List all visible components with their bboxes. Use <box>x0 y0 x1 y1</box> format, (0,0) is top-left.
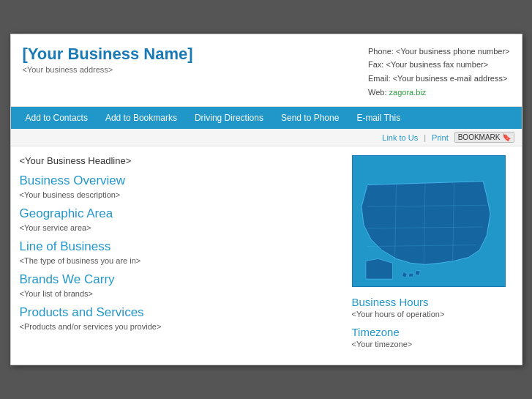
email-line: Email: <Your business e-mail address> <box>368 72 509 86</box>
bookmark-badge[interactable]: BOOKMARK 🔖 <box>454 132 514 143</box>
section-title-overview: Business Overview <box>20 174 340 188</box>
section-desc-line-of-business: <The type of business you are in> <box>20 256 340 265</box>
link-to-us-button[interactable]: Link to Us <box>382 133 418 142</box>
header-right: Phone: <Your business phone number> Fax:… <box>368 45 509 100</box>
business-address: <Your business address> <box>23 65 193 74</box>
bookmark-label: BOOKMARK <box>458 133 501 141</box>
web-line: Web: zagora.biz <box>368 86 509 100</box>
section-title-line-of-business: Line of Business <box>20 239 340 254</box>
nav-email-this[interactable]: E-mail This <box>348 107 409 129</box>
nav-add-contacts[interactable]: Add to Contacts <box>17 107 97 129</box>
right-column: Business Hours <Your hours of operation>… <box>352 155 513 356</box>
toolbar-separator: | <box>424 133 426 142</box>
business-hours-desc: <Your hours of operation> <box>352 310 513 318</box>
section-title-geographic: Geographic Area <box>20 206 340 221</box>
section-title-products: Products and Services <box>20 305 340 320</box>
bookmark-icon: 🔖 <box>502 133 511 141</box>
header: [Your Business Name] <Your business addr… <box>11 34 522 108</box>
timezone-desc: <Your timezone> <box>352 340 513 348</box>
section-desc-brands: <Your list of brands> <box>20 289 340 298</box>
timezone-title: Timezone <box>352 326 513 338</box>
section-desc-geographic: <Your service area> <box>20 223 340 232</box>
print-button[interactable]: Print <box>432 133 449 142</box>
page-wrapper: [Your Business Name] <Your business addr… <box>10 34 522 366</box>
section-desc-products: <Products and/or services you provide> <box>20 322 340 331</box>
section-desc-overview: <Your business description> <box>20 190 340 199</box>
web-link[interactable]: zagora.biz <box>389 88 427 97</box>
header-left: [Your Business Name] <Your business addr… <box>23 45 193 74</box>
business-headline: <Your Business Headline> <box>20 155 340 166</box>
main-content: <Your Business Headline> Business Overvi… <box>11 146 522 365</box>
fax-line: Fax: <Your business fax number> <box>368 58 509 72</box>
phone-line: Phone: <Your business phone number> <box>368 45 509 59</box>
business-name: [Your Business Name] <box>23 45 193 64</box>
section-title-brands: Brands We Carry <box>20 272 340 287</box>
toolbar: Link to Us | Print BOOKMARK 🔖 <box>11 129 522 146</box>
web-label: Web: <box>368 88 386 97</box>
business-hours-title: Business Hours <box>352 296 513 308</box>
nav-send-to-phone[interactable]: Send to Phone <box>272 107 348 129</box>
nav-driving-directions[interactable]: Driving Directions <box>186 107 272 129</box>
us-map <box>352 155 506 287</box>
left-column: <Your Business Headline> Business Overvi… <box>20 155 352 356</box>
navbar: Add to Contacts Add to Bookmarks Driving… <box>11 107 522 129</box>
nav-add-bookmarks[interactable]: Add to Bookmarks <box>97 107 186 129</box>
